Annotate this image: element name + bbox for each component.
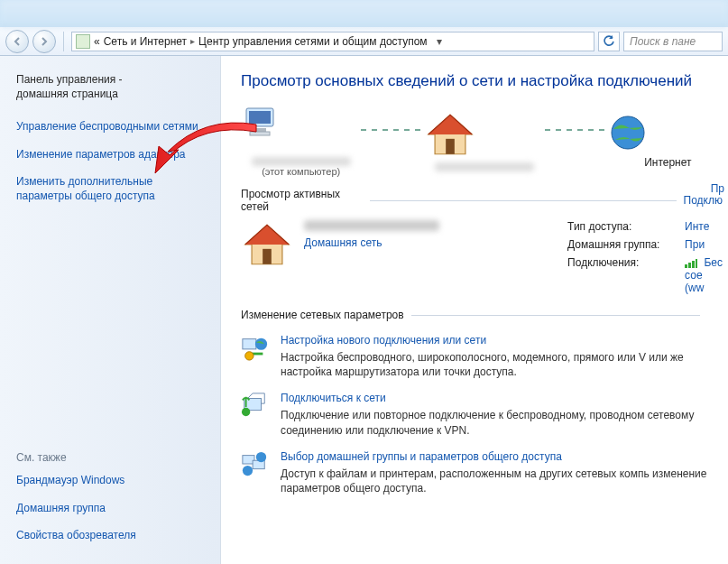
globe-icon <box>608 113 648 153</box>
sidebar-seealso-homegroup[interactable]: Домашняя группа <box>16 501 207 515</box>
task-desc: Подключение или повторное подключение к … <box>281 408 728 437</box>
breadcrumb[interactable]: « Сеть и Интернет ▸ Центр управления сет… <box>71 32 594 51</box>
map-router <box>424 110 544 171</box>
refresh-button[interactable] <box>598 32 620 51</box>
svg-point-12 <box>245 352 253 360</box>
map-pc-name-blurred <box>252 157 351 166</box>
network-info: Домашняя сеть <box>304 220 439 249</box>
svg-point-10 <box>255 338 267 350</box>
homegroup-icon <box>241 450 268 477</box>
arrow-right-icon <box>40 37 49 46</box>
prop-access-value: Инте <box>685 220 723 233</box>
breadcrumb-item[interactable]: Центр управления сетями и общим доступом <box>198 35 428 48</box>
prop-access-label: Тип доступа: <box>567 220 685 233</box>
breadcrumb-root: « <box>94 35 100 48</box>
task-connect: Подключиться к сети Подключение или повт… <box>241 392 728 437</box>
window-titlebar <box>0 0 728 27</box>
task-new-connection: Настройка нового подключения или сети На… <box>241 334 728 379</box>
connect-disconnect-link[interactable]: Подклю <box>684 194 723 207</box>
breadcrumb-drop[interactable]: ▾ <box>431 35 447 48</box>
svg-point-17 <box>256 452 266 462</box>
network-name-blurred <box>304 220 439 231</box>
sidebar: Панель управления - домашняя страница Уп… <box>0 56 221 564</box>
sidebar-seealso-browser[interactable]: Свойства обозревателя <box>16 528 207 542</box>
svg-point-14 <box>242 408 250 416</box>
task-desc: Доступ к файлам и принтерам, расположенн… <box>281 467 728 495</box>
see-also-section: См. также Брандмауэр Windows Домашняя гр… <box>16 451 207 555</box>
task-title-link[interactable]: Настройка нового подключения или сети <box>281 334 728 347</box>
map-connection-line <box>361 129 424 131</box>
svg-rect-5 <box>446 139 455 154</box>
section-change-settings: Изменение сетевых параметров <box>241 309 728 321</box>
breadcrumb-item[interactable]: Сеть и Интернет <box>104 35 187 48</box>
map-this-pc: (этот компьютер) <box>241 105 361 177</box>
sidebar-item-adapter[interactable]: Изменение параметров адаптера <box>16 147 207 162</box>
active-network-block: Домашняя сеть Тип доступа: Инте Домашняя… <box>241 220 728 294</box>
signal-bars-icon <box>685 259 697 268</box>
network-properties: Тип доступа: Инте Домашняя группа: При П… <box>567 220 723 294</box>
arrow-left-icon <box>13 37 22 46</box>
prop-conn-value[interactable]: Бес сое (ww <box>685 256 723 294</box>
refresh-icon <box>603 35 615 48</box>
prop-homegroup-link[interactable]: При <box>685 238 723 251</box>
sidebar-item-sharing[interactable]: Изменить дополнительные параметры общего… <box>16 174 207 203</box>
search-input[interactable]: Поиск в пане <box>623 32 723 51</box>
sidebar-seealso-firewall[interactable]: Брандмауэр Windows <box>16 473 207 487</box>
prop-homegroup-label: Домашняя группа: <box>567 238 685 251</box>
toolbar: « Сеть и Интернет ▸ Центр управления сет… <box>0 27 728 56</box>
map-internet: Интернет <box>608 113 728 169</box>
map-pc-sublabel: (этот компьютер) <box>241 166 361 177</box>
svg-rect-1 <box>249 111 271 124</box>
new-connection-icon <box>241 334 268 361</box>
page-title: Просмотр основных сведений о сети и наст… <box>241 72 728 90</box>
sidebar-item-wireless[interactable]: Управление беспроводными сетями <box>16 119 207 134</box>
map-internet-label: Интернет <box>608 156 728 169</box>
svg-rect-8 <box>263 249 272 264</box>
chevron-right-icon: ▸ <box>190 36 195 46</box>
search-placeholder: Поиск в пане <box>630 35 696 48</box>
svg-rect-9 <box>243 339 256 349</box>
network-map: (этот компьютер) Интернет <box>241 105 728 177</box>
see-also-heading: См. также <box>16 451 207 464</box>
see-full-map-link[interactable]: Пр <box>711 182 724 195</box>
network-icon <box>76 34 90 49</box>
task-desc: Настройка беспроводного, широкополосного… <box>281 350 728 379</box>
section-active-networks: Просмотр активных сетей Подклю <box>241 188 728 213</box>
task-title-link[interactable]: Выбор домашней группы и параметров общег… <box>281 450 728 463</box>
main-pane: Просмотр основных сведений о сети и наст… <box>221 56 728 564</box>
task-homegroup: Выбор домашней группы и параметров общег… <box>241 450 728 495</box>
prop-conn-label: Подключения: <box>567 256 685 294</box>
connect-icon <box>241 392 268 419</box>
nav-forward-button[interactable] <box>32 30 56 53</box>
sidebar-home-link[interactable]: Панель управления - домашняя страница <box>16 72 207 101</box>
svg-point-18 <box>243 466 253 476</box>
map-router-name-blurred <box>435 162 534 171</box>
house-icon <box>241 220 293 269</box>
network-type-link[interactable]: Домашняя сеть <box>304 236 382 249</box>
nav-back-button[interactable] <box>5 30 29 53</box>
task-title-link[interactable]: Подключиться к сети <box>281 392 728 404</box>
computer-icon <box>241 105 281 141</box>
toolbar-divider <box>63 32 64 51</box>
svg-rect-2 <box>253 128 266 132</box>
map-connection-line <box>545 129 608 131</box>
house-icon <box>424 110 476 159</box>
svg-rect-3 <box>250 132 270 135</box>
